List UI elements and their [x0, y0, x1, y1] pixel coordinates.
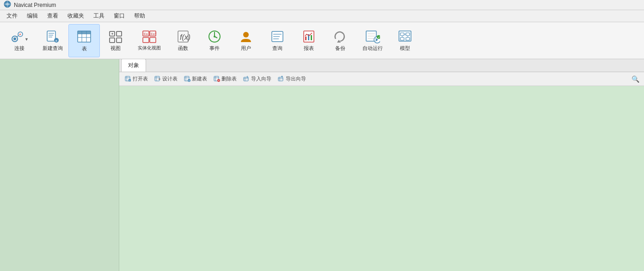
model-label: 模型	[400, 45, 410, 52]
import-wizard-btn[interactable]: 导入向导	[240, 74, 274, 84]
report-label: 报表	[304, 45, 314, 52]
new-table-icon: +	[184, 75, 190, 83]
svg-rect-52	[399, 31, 411, 41]
auto-label: 自动运行	[362, 45, 383, 52]
toolbar-newquery-btn[interactable]: + 新建查询	[37, 24, 68, 57]
matview-icon: Ea EaT	[142, 30, 157, 45]
backup-label: 备份	[335, 45, 345, 52]
toolbar: + ▼ 连接 + 新建查询	[0, 22, 644, 59]
open-table-icon	[125, 75, 131, 83]
user-label: 用户	[241, 45, 251, 52]
app-title: Navicat Premium	[14, 2, 56, 8]
svg-marker-44	[337, 40, 341, 43]
toolbar-backup-btn[interactable]: 备份	[325, 24, 356, 57]
search-btn[interactable]: 🔍	[630, 74, 641, 84]
toolbar-event-btn[interactable]: 事件	[199, 24, 230, 57]
svg-rect-25	[143, 37, 149, 43]
event-label: 事件	[209, 45, 220, 52]
object-area	[119, 86, 644, 271]
design-table-icon	[154, 75, 161, 83]
new-table-label: 新建表	[192, 75, 207, 82]
svg-point-2	[13, 37, 16, 40]
toolbar-auto-btn[interactable]: ✓ 自动运行	[356, 24, 389, 57]
newquery-label: 新建查询	[43, 45, 63, 52]
newquery-icon: +	[46, 30, 60, 45]
main-layout: 对象 打开表	[0, 59, 644, 271]
sidebar	[0, 59, 119, 271]
connect-dropdown-arrow-icon: ▼	[25, 37, 29, 42]
svg-text:+: +	[19, 32, 21, 37]
toolbar-report-btn[interactable]: 报表	[293, 24, 325, 57]
action-bar: 打开表 设计表	[119, 72, 644, 86]
svg-text:EaT: EaT	[151, 32, 157, 36]
delete-table-btn[interactable]: 删除表	[211, 74, 239, 84]
matview-label: 实体化视图	[138, 45, 161, 51]
toolbar-user-btn[interactable]: 用户	[230, 24, 262, 57]
new-table-btn[interactable]: + 新建表	[181, 74, 210, 84]
svg-text:✓: ✓	[378, 36, 380, 39]
delete-table-icon	[214, 75, 220, 83]
design-table-btn[interactable]: 设计表	[152, 74, 180, 84]
query-label: 查询	[272, 45, 282, 52]
svg-point-35	[243, 32, 249, 37]
svg-rect-18	[117, 31, 122, 36]
delete-table-label: 删除表	[221, 75, 237, 82]
model-icon	[398, 30, 412, 45]
menu-help[interactable]: 帮助	[129, 11, 150, 21]
svg-text:+: +	[188, 79, 190, 82]
toolbar-query-btn[interactable]: 查询	[262, 24, 293, 57]
import-wizard-label: 导入向导	[251, 75, 271, 82]
view-icon	[109, 30, 123, 45]
svg-rect-65	[155, 76, 159, 81]
toolbar-connect-btn[interactable]: + ▼ 连接	[2, 24, 37, 57]
svg-point-34	[214, 36, 215, 37]
menu-window[interactable]: 窗口	[109, 11, 129, 21]
backup-icon	[333, 30, 347, 45]
connect-icon: +	[10, 30, 24, 45]
user-icon	[239, 30, 253, 45]
svg-rect-81	[278, 77, 283, 81]
query-icon	[270, 30, 284, 45]
export-wizard-icon	[278, 75, 284, 83]
tab-object[interactable]: 对象	[121, 59, 146, 72]
open-table-label: 打开表	[133, 75, 148, 82]
toolbar-matview-btn[interactable]: Ea EaT 实体化视图	[131, 24, 167, 57]
toolbar-func-btn[interactable]: f(x) 函数	[167, 24, 199, 57]
svg-rect-20	[117, 38, 122, 43]
report-icon	[302, 30, 316, 45]
export-wizard-btn[interactable]: 导出向导	[275, 74, 309, 84]
toolbar-model-btn[interactable]: 模型	[389, 24, 421, 57]
auto-icon: ✓	[365, 30, 380, 45]
svg-text:f(x): f(x)	[180, 33, 190, 41]
menu-view[interactable]: 查看	[43, 11, 63, 21]
titlebar: Navicat Premium	[0, 0, 644, 10]
design-table-label: 设计表	[162, 75, 178, 82]
content-area: 对象 打开表	[119, 59, 644, 271]
event-icon	[208, 30, 221, 45]
app-logo	[4, 0, 11, 9]
table-icon	[77, 29, 92, 45]
svg-rect-43	[311, 35, 312, 40]
export-wizard-label: 导出向导	[286, 75, 306, 82]
connect-label: 连接	[14, 45, 25, 52]
table-label: 表	[82, 45, 87, 52]
svg-rect-19	[110, 38, 115, 43]
svg-text:+: +	[55, 38, 58, 43]
menu-favorites[interactable]: 收藏夹	[63, 11, 89, 21]
svg-text:Ea: Ea	[144, 32, 148, 36]
tab-bar: 对象	[119, 59, 644, 72]
toolbar-view-btn[interactable]: 视图	[100, 24, 131, 57]
menu-tools[interactable]: 工具	[89, 11, 109, 21]
menu-file[interactable]: 文件	[2, 11, 22, 21]
func-label: 函数	[178, 45, 188, 52]
menu-edit[interactable]: 编辑	[22, 11, 43, 21]
func-icon: f(x)	[176, 30, 190, 45]
svg-rect-26	[150, 37, 156, 43]
view-label: 视图	[110, 45, 121, 52]
svg-line-4	[17, 36, 18, 37]
svg-rect-41	[305, 37, 307, 40]
toolbar-table-btn[interactable]: 表	[68, 24, 100, 57]
open-table-btn[interactable]: 打开表	[122, 74, 151, 84]
svg-rect-13	[78, 31, 91, 34]
menubar: 文件 编辑 查看 收藏夹 工具 窗口 帮助	[0, 10, 644, 22]
